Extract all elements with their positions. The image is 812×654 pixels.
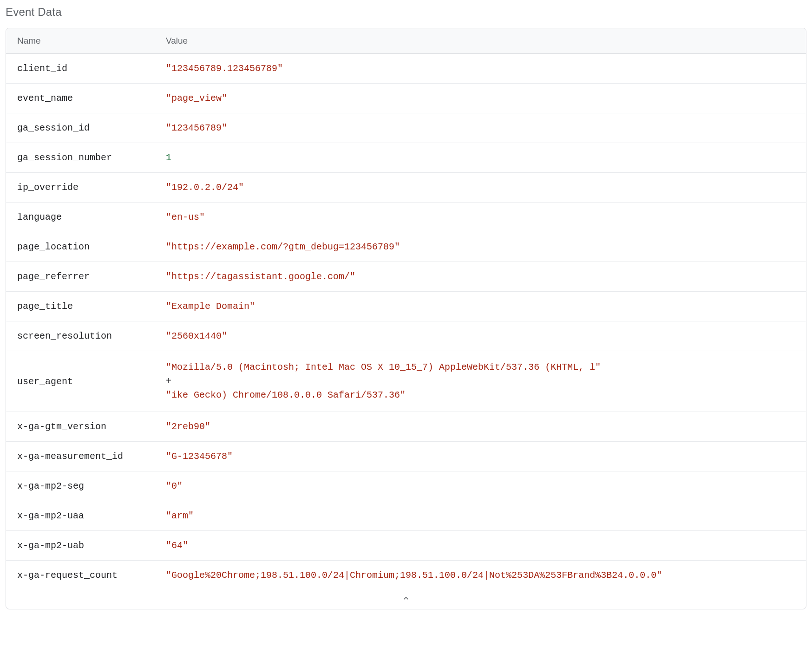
table-row[interactable]: ga_session_number1: [6, 143, 806, 173]
param-value: "2reb90": [155, 412, 806, 441]
table-row[interactable]: page_location"https://example.com/?gtm_d…: [6, 232, 806, 262]
table-row[interactable]: page_referrer"https://tagassistant.googl…: [6, 262, 806, 292]
param-value: "arm": [155, 501, 806, 530]
collapse-toggle[interactable]: [6, 590, 806, 609]
param-value: "https://example.com/?gtm_debug=12345678…: [155, 232, 806, 262]
panel-title: Event Data: [6, 6, 806, 19]
param-value: "192.0.2.0/24": [155, 173, 806, 202]
param-name: page_title: [6, 292, 155, 321]
param-name: page_location: [6, 232, 155, 262]
param-name: ga_session_number: [6, 143, 155, 172]
param-name: x-ga-measurement_id: [6, 442, 155, 471]
header-value: Value: [155, 28, 806, 53]
param-name: x-ga-request_count: [6, 561, 155, 590]
param-value: "0": [155, 471, 806, 501]
param-value: "page_view": [155, 84, 806, 113]
table-row[interactable]: ga_session_id"123456789": [6, 113, 806, 143]
table-row[interactable]: ip_override"192.0.2.0/24": [6, 173, 806, 203]
table-row[interactable]: screen_resolution"2560x1440": [6, 321, 806, 351]
header-name: Name: [6, 28, 155, 53]
param-value: "Mozilla/5.0 (Macintosh; Intel Mac OS X …: [155, 351, 806, 412]
param-name: event_name: [6, 84, 155, 113]
table-row[interactable]: x-ga-request_count"Google%20Chrome;198.5…: [6, 561, 806, 590]
table-row[interactable]: event_name"page_view": [6, 84, 806, 113]
table-body: client_id"123456789.123456789"event_name…: [6, 54, 806, 590]
param-value: "Example Domain": [155, 292, 806, 321]
param-name: x-ga-mp2-uaa: [6, 501, 155, 530]
table-row[interactable]: page_title"Example Domain": [6, 292, 806, 321]
param-name: x-ga-mp2-seg: [6, 471, 155, 501]
param-value: "Google%20Chrome;198.51.100.0/24|Chromiu…: [155, 561, 806, 590]
param-value: "123456789.123456789": [155, 54, 806, 83]
table-row[interactable]: client_id"123456789.123456789": [6, 54, 806, 84]
param-name: x-ga-mp2-uab: [6, 531, 155, 560]
param-value: "G-12345678": [155, 442, 806, 471]
table-row[interactable]: language"en-us": [6, 203, 806, 232]
event-data-table: Name Value client_id"123456789.123456789…: [6, 28, 806, 609]
param-name: ga_session_id: [6, 113, 155, 143]
table-row[interactable]: x-ga-gtm_version"2reb90": [6, 412, 806, 442]
table-header: Name Value: [6, 28, 806, 54]
param-name: ip_override: [6, 173, 155, 202]
param-name: screen_resolution: [6, 321, 155, 351]
chevron-up-icon: [401, 595, 411, 605]
param-value: "2560x1440": [155, 321, 806, 351]
param-name: page_referrer: [6, 262, 155, 291]
param-name: language: [6, 203, 155, 232]
param-value: "123456789": [155, 113, 806, 143]
table-row[interactable]: x-ga-measurement_id"G-12345678": [6, 442, 806, 471]
table-row[interactable]: user_agent"Mozilla/5.0 (Macintosh; Intel…: [6, 351, 806, 412]
param-name: x-ga-gtm_version: [6, 412, 155, 441]
param-value: 1: [155, 143, 806, 172]
param-value: "https://tagassistant.google.com/": [155, 262, 806, 291]
table-row[interactable]: x-ga-mp2-seg"0": [6, 471, 806, 501]
param-name: user_agent: [6, 367, 155, 396]
param-value: "64": [155, 531, 806, 560]
param-name: client_id: [6, 54, 155, 83]
table-row[interactable]: x-ga-mp2-uab"64": [6, 531, 806, 561]
param-value: "en-us": [155, 203, 806, 232]
table-row[interactable]: x-ga-mp2-uaa"arm": [6, 501, 806, 531]
